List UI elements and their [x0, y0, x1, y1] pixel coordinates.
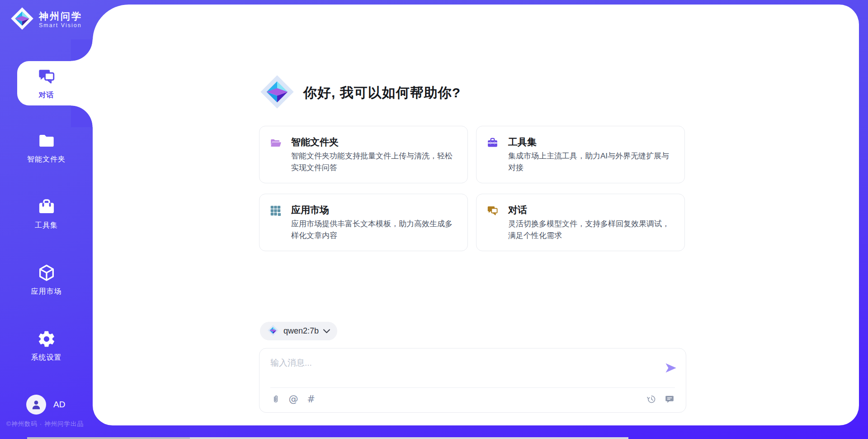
card-toolset[interactable]: 工具集 集成市场上主流工具，助力AI与外界无缝扩展与对接 — [476, 126, 685, 183]
card-smart-folder[interactable]: 智能文件夹 智能文件夹功能支持批量文件上传与清洗，轻松实现文件问答 — [259, 126, 468, 183]
sidebar-item-toolset[interactable]: 工具集 — [0, 197, 93, 230]
nav-fillet-bottom — [71, 105, 93, 127]
sidebar-item-app-market[interactable]: 应用市场 — [0, 263, 93, 296]
avatar — [26, 395, 46, 415]
sidebar-item-label: 应用市场 — [0, 287, 93, 296]
brand-logo-icon — [10, 6, 34, 33]
gear-icon — [0, 329, 93, 348]
message-composer: @ # — [259, 348, 686, 413]
chevron-down-icon — [323, 327, 330, 335]
card-title: 智能文件夹 — [291, 136, 339, 148]
history-icon — [646, 394, 656, 404]
model-selector[interactable]: qwen2:7b — [260, 322, 337, 340]
hash-icon: # — [307, 394, 315, 405]
send-button[interactable] — [664, 361, 678, 375]
hero: 你好, 我可以如何帮助你? — [259, 74, 461, 112]
card-title: 应用市场 — [291, 204, 329, 216]
user-profile[interactable]: AD — [26, 395, 65, 415]
paperclip-icon — [271, 394, 280, 405]
mention-button[interactable]: @ — [288, 393, 299, 405]
brand-subtitle: Smart Vision — [39, 22, 82, 29]
card-title: 工具集 — [508, 136, 537, 148]
person-icon — [30, 399, 42, 410]
diamond-logo-icon — [259, 74, 295, 112]
card-description: 应用市场提供丰富长文本模板，助力高效生成多样化文章内容 — [291, 218, 458, 242]
send-icon — [664, 361, 678, 375]
card-app-market[interactable]: 应用市场 应用市场提供丰富长文本模板，助力高效生成多样化文章内容 — [259, 194, 468, 251]
chat-icon — [486, 205, 499, 219]
scrollbar-thumb[interactable] — [27, 437, 190, 439]
sidebar-item-label: 系统设置 — [0, 353, 93, 363]
quick-phrase-button[interactable] — [664, 393, 675, 405]
grid-icon — [269, 205, 282, 219]
composer-divider — [270, 387, 675, 388]
card-description: 集成市场上主流工具，助力AI与外界无缝扩展与对接 — [508, 150, 675, 174]
card-title: 对话 — [508, 204, 527, 216]
at-icon: @ — [289, 394, 298, 405]
message-input[interactable] — [270, 356, 650, 370]
app-window: 神州问学 Smart Vision 对话 智能文件夹 — [0, 0, 868, 439]
brand: 神州问学 Smart Vision — [10, 6, 82, 33]
model-name: qwen2:7b — [283, 326, 319, 336]
copyright-text: ©神州数码 · 神州问学出品 — [6, 420, 84, 428]
card-description: 灵活切换多模型文件，支持多样回复效果调试，满足个性化需求 — [508, 218, 675, 242]
sidebar-item-label: 智能文件夹 — [0, 155, 93, 164]
sidebar-item-chat[interactable]: 对话 — [0, 67, 93, 100]
page-title: 你好, 我可以如何帮助你? — [303, 84, 461, 102]
quick-phrase-icon — [665, 394, 675, 404]
diamond-logo-icon — [267, 324, 279, 338]
card-description: 智能文件夹功能支持批量文件上传与清洗，轻松实现文件问答 — [291, 150, 458, 174]
horizontal-scrollbar[interactable] — [27, 437, 628, 439]
card-chat[interactable]: 对话 灵活切换多模型文件，支持多样回复效果调试，满足个性化需求 — [476, 194, 685, 251]
hashtag-button[interactable]: # — [306, 393, 316, 405]
sidebar-item-smart-folder[interactable]: 智能文件夹 — [0, 131, 93, 164]
attach-button[interactable] — [270, 393, 281, 405]
folder-open-icon — [269, 137, 282, 151]
sidebar-item-label: 对话 — [0, 91, 93, 100]
briefcase-icon — [486, 137, 499, 151]
folder-icon — [0, 131, 93, 150]
nav-fillet-top — [71, 39, 93, 61]
brand-name: 神州问学 — [39, 10, 82, 22]
history-button[interactable] — [646, 393, 657, 405]
sidebar-item-label: 工具集 — [0, 221, 93, 230]
cube-icon — [0, 263, 93, 282]
sidebar-item-settings[interactable]: 系统设置 — [0, 329, 93, 363]
chat-icon — [0, 67, 93, 86]
user-name: AD — [53, 400, 65, 410]
briefcase-icon — [0, 197, 93, 216]
